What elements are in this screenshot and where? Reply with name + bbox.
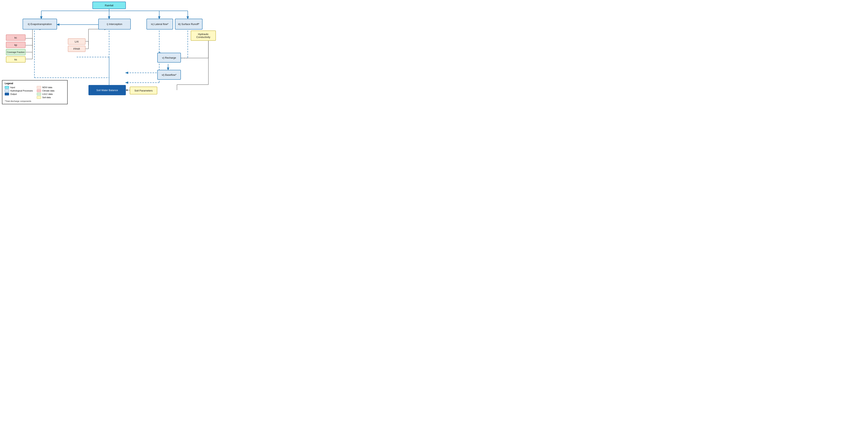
legend-item-ndvi: NDVI data (37, 86, 65, 89)
legend-item-climate: Climate data (37, 89, 65, 92)
recharge-box: v) Recharge (157, 53, 181, 63)
legend-swatch-lulc (37, 93, 41, 95)
legend-note: *Total discharge components (5, 100, 65, 102)
legend-grid: Input NDVI data Hydrological Processes C… (5, 86, 65, 99)
baseflow-box: vi) Baseflow* (157, 70, 181, 80)
legend-title: Legend (5, 82, 65, 85)
legend-swatch-input (5, 86, 9, 89)
soil-parameters-box: Soil Parameters (130, 87, 157, 94)
kp-box: kp (6, 42, 26, 48)
legend-swatch-hydro (5, 89, 9, 92)
baseflow-label: vi) Baseflow* (162, 74, 176, 76)
coverage-fraction-label: Coverage Fraction (7, 51, 25, 53)
hydraulic-conductivity-box: Hydraulic Conductivity (191, 30, 216, 41)
legend-swatch-climate (37, 89, 41, 92)
legend-item-input: Input (5, 86, 33, 89)
soil-water-balance-box: Soil Water Balance (89, 85, 126, 95)
legend-swatch-soil (37, 96, 41, 99)
kc-box: kc (6, 34, 26, 41)
lateral-flow-label: iv) Lateral flow* (151, 23, 168, 26)
rainfall-box: Rainfall (92, 2, 126, 9)
coverage-fraction-box: Coverage Fraction (6, 49, 26, 55)
surface-runoff-label: iii) Surface Runoff* (178, 23, 199, 26)
evapotranspiration-label: ii) Evapotranspiration (28, 23, 52, 26)
legend-label-output: Output (10, 93, 17, 95)
legend-item-hydro: Hydrological Processes (5, 89, 33, 92)
legend-label-climate: Climate data (42, 89, 55, 92)
legend-swatch-output (5, 93, 9, 95)
lai-box: LAI (68, 38, 86, 45)
diagram: Rainfall ii) Evapotranspiration i) Inter… (0, 0, 217, 106)
rainfall-label: Rainfall (105, 4, 113, 7)
fpar-box: FPAR (68, 46, 86, 52)
soil-water-balance-label: Soil Water Balance (96, 89, 118, 92)
legend-label-hydro: Hydrological Processes (10, 89, 33, 92)
legend-item-lulc: LULC data (37, 93, 65, 95)
hydraulic-conductivity-label: Hydraulic Conductivity (191, 33, 215, 38)
kp-label: kp (14, 44, 17, 47)
surface-runoff-box: iii) Surface Runoff* (175, 19, 203, 30)
legend-item-soil: Soil data (37, 96, 65, 99)
kc-label: kc (14, 36, 17, 39)
legend-item-output: Output (5, 93, 33, 95)
lateral-flow-box: iv) Lateral flow* (147, 19, 173, 30)
legend-swatch-ndvi (37, 86, 41, 89)
legend-label-soil: Soil data (42, 96, 51, 98)
legend-label-input: Input (10, 86, 15, 88)
evapotranspiration-box: ii) Evapotranspiration (23, 19, 57, 30)
recharge-label: v) Recharge (162, 56, 176, 59)
fpar-label: FPAR (73, 48, 80, 50)
legend: Legend Input NDVI data Hydrological Proc… (2, 80, 68, 104)
interception-box: i) Interception (98, 19, 131, 30)
legend-label-lulc: LULC data (42, 93, 53, 95)
ks-box: ks (6, 56, 26, 63)
interception-label: i) Interception (107, 23, 122, 26)
ks-label: ks (14, 58, 17, 61)
lai-label: LAI (75, 40, 79, 43)
soil-parameters-label: Soil Parameters (134, 89, 153, 92)
legend-label-ndvi: NDVI data (42, 86, 52, 88)
